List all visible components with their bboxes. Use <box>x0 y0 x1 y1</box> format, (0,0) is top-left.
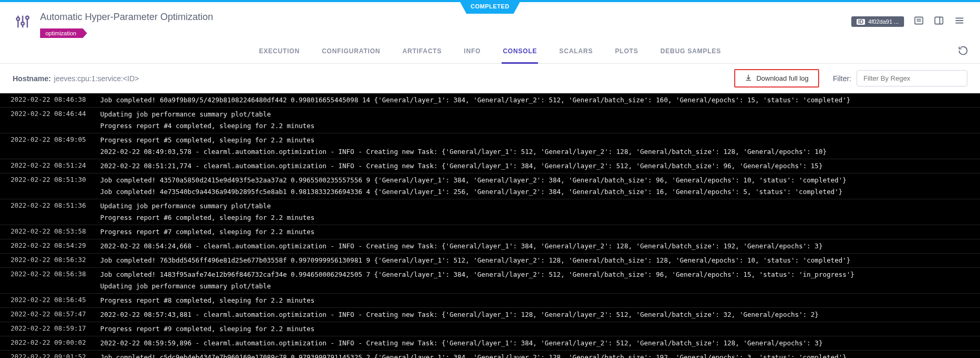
log-timestamp: 2022-02-22 08:54:29 <box>0 240 90 252</box>
hostname-label: Hostname: <box>13 74 51 83</box>
tab-bar: EXECUTION CONFIGURATION ARTIFACTS INFO C… <box>0 38 980 64</box>
details-icon[interactable] <box>914 15 924 28</box>
log-row: 2022-02-22 08:49:05Progress report #5 co… <box>0 133 980 159</box>
log-message: Job completed! 60a9f9b89/5/429b810822464… <box>90 94 980 106</box>
log-timestamp: 2022-02-22 08:51:30 <box>0 175 90 198</box>
log-row: 2022-02-22 09:00:022022-02-22 08:59:59,8… <box>0 336 980 351</box>
log-row: 2022-02-22 08:46:38Job completed! 60a9f9… <box>0 93 980 108</box>
log-row: 2022-02-22 08:51:36Updating job performa… <box>0 199 980 225</box>
log-message: Progress report #5 completed, sleeping f… <box>90 134 980 158</box>
console-toolbar: Hostname: jeeves:cpu:1:service:<ID> Down… <box>0 64 980 93</box>
id-chip-value: 4f02da91 ... <box>868 18 899 25</box>
log-row: 2022-02-22 08:59:17Progress report #9 co… <box>0 322 980 336</box>
log-timestamp: 2022-02-22 08:56:32 <box>0 255 90 266</box>
log-row: 2022-02-22 08:51:242022-02-22 08:51:21,7… <box>0 159 980 173</box>
log-timestamp: 2022-02-22 08:53:58 <box>0 226 90 238</box>
log-timestamp: 2022-02-22 09:00:02 <box>0 337 90 349</box>
log-row: 2022-02-22 08:56:32Job completed! 763bdd… <box>0 254 980 268</box>
log-row: 2022-02-22 08:46:44Updating job performa… <box>0 108 980 133</box>
tune-icon <box>15 14 31 32</box>
hostname-value: jeeves:cpu:1:service:<ID> <box>54 74 139 83</box>
download-icon <box>745 74 752 83</box>
filter-input[interactable] <box>857 70 967 86</box>
status-badge: COMPLETED <box>459 0 521 14</box>
log-row: 2022-02-22 09:01:52Job completed! c5dc9e… <box>0 351 980 358</box>
log-timestamp: 2022-02-22 08:57:47 <box>0 309 90 321</box>
page-title: Automatic Hyper-Parameter Optimization <box>40 12 213 23</box>
download-button-label: Download full log <box>756 74 809 82</box>
tab-scalars[interactable]: SCALARS <box>558 47 594 63</box>
log-message: Job completed! 763bdd5456ff496e81d25e677… <box>90 255 980 266</box>
log-row: 2022-02-22 08:56:38Job completed! 1483f9… <box>0 268 980 294</box>
log-message: Progress report #8 completed, sleeping f… <box>90 295 980 306</box>
tab-plots[interactable]: PLOTS <box>614 47 639 63</box>
log-message: Progress report #9 completed, sleeping f… <box>90 323 980 335</box>
log-message: Job completed! 1483f95aafe74e12b96f84673… <box>90 269 980 292</box>
svg-rect-9 <box>935 17 943 24</box>
id-chip-label: ID <box>857 19 865 25</box>
log-message: Updating job performance summary plot/ta… <box>90 200 980 224</box>
console-log[interactable]: 2022-02-22 08:46:38Job completed! 60a9f9… <box>0 93 980 358</box>
log-row: 2022-02-22 08:53:58Progress report #7 co… <box>0 225 980 239</box>
log-timestamp: 2022-02-22 08:56:45 <box>0 295 90 306</box>
log-timestamp: 2022-02-22 08:56:38 <box>0 269 90 292</box>
log-message: Job completed! 43570a5850d2415e9d493f5e3… <box>90 175 980 198</box>
log-message: 2022-02-22 08:57:43,881 - clearml.automa… <box>90 309 980 321</box>
log-row: 2022-02-22 08:57:472022-02-22 08:57:43,8… <box>0 308 980 322</box>
log-timestamp: 2022-02-22 08:51:36 <box>0 200 90 224</box>
menu-icon[interactable] <box>954 15 965 28</box>
tab-execution[interactable]: EXECUTION <box>258 47 301 63</box>
tag-optimization[interactable]: optimization <box>40 28 83 38</box>
download-full-log-button[interactable]: Download full log <box>734 69 819 88</box>
refresh-icon[interactable] <box>958 45 968 58</box>
svg-point-3 <box>21 22 24 25</box>
panel-icon[interactable] <box>934 15 944 28</box>
log-message: Progress report #7 completed, sleeping f… <box>90 226 980 238</box>
id-chip[interactable]: ID 4f02da91 ... <box>851 16 904 27</box>
log-timestamp: 2022-02-22 08:59:17 <box>0 323 90 335</box>
tab-configuration[interactable]: CONFIGURATION <box>321 47 381 63</box>
log-row: 2022-02-22 08:51:30Job completed! 43570a… <box>0 173 980 199</box>
log-timestamp: 2022-02-22 08:51:24 <box>0 160 90 172</box>
tab-info[interactable]: INFO <box>463 47 482 63</box>
log-message: Job completed! c5dc9eb4eb4347e7b960169e1… <box>90 352 980 358</box>
log-message: 2022-02-22 08:54:24,668 - clearml.automa… <box>90 240 980 252</box>
svg-point-1 <box>17 17 20 21</box>
log-message: 2022-02-22 08:59:59,896 - clearml.automa… <box>90 337 980 349</box>
log-message: 2022-02-22 08:51:21,774 - clearml.automa… <box>90 160 980 172</box>
log-timestamp: 2022-02-22 09:01:52 <box>0 352 90 358</box>
svg-point-5 <box>26 16 29 20</box>
log-message: Updating job performance summary plot/ta… <box>90 109 980 132</box>
log-row: 2022-02-22 08:54:292022-02-22 08:54:24,6… <box>0 239 980 254</box>
log-timestamp: 2022-02-22 08:49:05 <box>0 134 90 158</box>
tab-console[interactable]: CONSOLE <box>502 47 538 64</box>
log-timestamp: 2022-02-22 08:46:44 <box>0 109 90 132</box>
tab-artifacts[interactable]: ARTIFACTS <box>401 47 443 63</box>
log-row: 2022-02-22 08:56:45Progress report #8 co… <box>0 294 980 308</box>
tab-debug-samples[interactable]: DEBUG SAMPLES <box>659 47 722 63</box>
log-timestamp: 2022-02-22 08:46:38 <box>0 94 90 106</box>
filter-label: Filter: <box>833 74 851 83</box>
